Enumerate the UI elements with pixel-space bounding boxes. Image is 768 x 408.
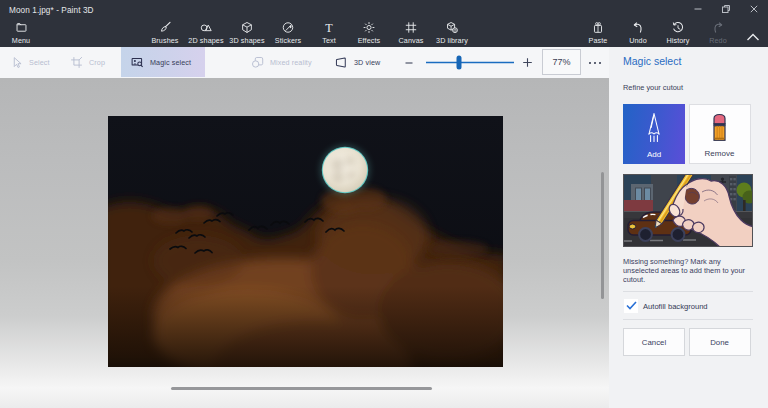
vertical-scrollbar[interactable]	[601, 172, 604, 299]
divider	[623, 291, 753, 292]
restore-icon	[721, 4, 731, 14]
restore-button[interactable]	[712, 0, 740, 18]
effects-icon	[362, 21, 376, 34]
panel-title: Magic select	[623, 55, 681, 67]
zoom-in-button[interactable]	[522, 47, 533, 78]
divider	[623, 319, 753, 320]
remove-button[interactable]: Remove	[689, 104, 751, 164]
close-icon	[749, 4, 759, 14]
select-icon	[10, 56, 23, 69]
tool-3d-library[interactable]: 3D library	[426, 21, 478, 45]
menu-icon	[15, 21, 28, 34]
stickers-icon	[281, 21, 295, 34]
redo-icon	[711, 21, 725, 34]
zoom-out-icon	[404, 58, 414, 68]
refine-cutout-label: Refine your cutout	[623, 83, 683, 92]
text-icon: T	[322, 21, 336, 34]
add-pencil-icon	[641, 112, 667, 144]
cancel-button[interactable]: Cancel	[623, 328, 685, 356]
done-button[interactable]: Done	[689, 328, 751, 356]
mixed-reality-icon	[251, 56, 264, 69]
collapse-ribbon-button[interactable]	[745, 28, 761, 46]
ellipsis-icon	[588, 60, 602, 66]
svg-text:T: T	[325, 21, 333, 34]
minimize-icon	[693, 4, 703, 14]
undo-icon	[631, 21, 645, 34]
ribbon-crop[interactable]: Crop	[70, 47, 105, 78]
crop-icon	[70, 56, 83, 69]
2d-shapes-icon	[199, 21, 213, 34]
moon-photo	[108, 116, 503, 367]
photo-canvas[interactable]	[108, 116, 503, 367]
close-button[interactable]	[740, 0, 768, 18]
remove-eraser-icon	[712, 113, 727, 143]
brushes-icon	[158, 21, 172, 34]
titlebar: Moon 1.jpg* - Paint 3D Menu	[0, 0, 768, 47]
magic-select-panel: Magic select Refine your cutout Add	[609, 47, 768, 408]
window-title: Moon 1.jpg* - Paint 3D	[9, 6, 94, 15]
autofill-checkbox[interactable]	[624, 299, 638, 313]
zoom-out-button[interactable]	[404, 47, 414, 78]
minimize-button[interactable]	[684, 0, 712, 18]
checkmark-icon	[626, 301, 637, 310]
ribbon-magic-select[interactable]: Magic select	[131, 47, 191, 78]
zoom-level-value[interactable]: 77%	[542, 49, 581, 75]
ribbon-select[interactable]: Select	[10, 47, 50, 78]
more-options-button[interactable]	[588, 47, 602, 78]
paint3d-window: Moon 1.jpg* - Paint 3D Menu	[0, 0, 768, 408]
3d-view-icon	[334, 56, 348, 69]
ribbon-mixed-reality[interactable]: Mixed reality	[251, 47, 312, 78]
zoom-in-icon	[522, 57, 533, 68]
history-icon	[671, 21, 685, 34]
action-redo[interactable]: Redo	[692, 21, 744, 45]
magic-select-illustration	[623, 174, 753, 247]
magic-select-icon	[131, 56, 144, 69]
autofill-label: Autofill background	[643, 302, 708, 311]
zoom-slider[interactable]	[424, 47, 516, 78]
zoom-slider-handle[interactable]	[457, 56, 462, 70]
chevron-up-icon	[745, 32, 761, 42]
menu-button[interactable]: Menu	[0, 21, 47, 45]
add-button[interactable]: Add	[623, 104, 685, 164]
3d-shapes-icon	[240, 21, 254, 34]
ribbon-3d-view[interactable]: 3D view	[334, 47, 380, 78]
hint-text: Missing something? Mark any unselected a…	[623, 257, 750, 284]
ribbon: Select Crop Magic select Mixed real	[0, 47, 609, 78]
canvas-icon	[404, 21, 418, 34]
3d-library-icon	[445, 21, 459, 34]
paste-icon	[591, 21, 605, 34]
horizontal-scrollbar[interactable]	[171, 387, 432, 390]
canvas-workspace[interactable]	[0, 78, 609, 408]
